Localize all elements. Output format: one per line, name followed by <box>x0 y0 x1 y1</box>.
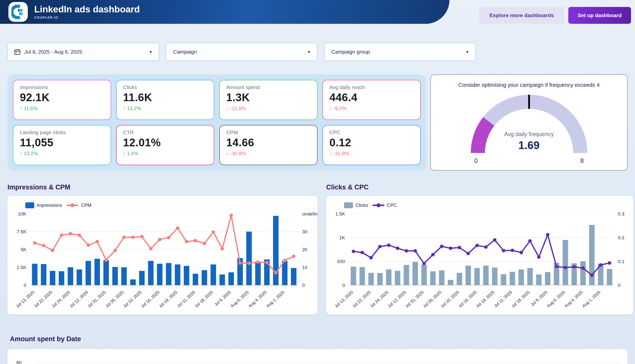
svg-text:Jul 13, 2025: Jul 13, 2025 <box>334 290 354 309</box>
kpi-delta-text: -9.2% <box>333 106 346 111</box>
kpi-delta: ↓ -30.8% <box>226 151 311 156</box>
svg-text:Jul 10, 2025: Jul 10, 2025 <box>440 290 460 309</box>
svg-text:Jul 18, 2025: Jul 18, 2025 <box>194 290 214 309</box>
clicks-cpc-chart: 005000.11K0.21.5K0.3Jul 13, 2025Jul 22, … <box>326 196 633 314</box>
impressions-cpm-title: Impressions & CPM <box>8 184 71 191</box>
impressions-legend-swatch <box>25 202 34 208</box>
campaign-filter[interactable]: Campaign ▾ <box>166 43 318 61</box>
svg-text:Aug 6, 2025: Aug 6, 2025 <box>230 290 250 308</box>
amount-gridline <box>35 362 620 363</box>
frequency-gauge-card: Consider optimising your campaign if fre… <box>430 74 627 170</box>
svg-text:Jul 9, 2025: Jul 9, 2025 <box>530 290 548 307</box>
svg-text:Jul 9, 2025: Jul 9, 2025 <box>213 290 232 307</box>
svg-text:0.3: 0.3 <box>618 211 624 216</box>
svg-text:10K: 10K <box>18 211 26 216</box>
kpi-card: Clicks 11.6K ↑ 13.2% <box>116 80 214 120</box>
kpi-label: CPM <box>226 130 311 136</box>
clicks-legend-label: Clicks <box>355 202 368 208</box>
kpi-card: CPC 0.12 ↓ -31.8% <box>322 125 421 165</box>
svg-text:5K: 5K <box>21 247 27 252</box>
trend-arrow-icon: ↓ <box>226 106 229 111</box>
kpi-delta-text: 13.2% <box>24 151 38 156</box>
svg-text:Jul 10, 2025: Jul 10, 2025 <box>122 290 143 309</box>
date-range-picker[interactable]: Jul 8, 2025 - Aug 6, 2025 ▾ <box>8 43 159 61</box>
kpi-label: Landing page clicks <box>20 130 104 136</box>
kpi-delta: ↑ 1.4% <box>123 151 207 156</box>
page-title: LinkedIn ads dashboard <box>34 4 140 15</box>
impressions-cpm-legend: Impressions CPM <box>25 202 92 208</box>
svg-text:Jul 22, 2025: Jul 22, 2025 <box>33 290 53 309</box>
svg-text:30: 30 <box>302 229 307 234</box>
gauge-min-label: 0 <box>474 157 478 164</box>
frequency-gauge: Avg daily frequency 1.69 0 8 <box>471 95 587 153</box>
cpm-legend-label: CPM <box>81 202 91 208</box>
kpi-card: Amount spend 1.3K ↓ -22.8% <box>219 80 318 120</box>
svg-text:1.5K: 1.5K <box>335 211 345 216</box>
kpi-label: Clicks <box>123 84 207 90</box>
svg-text:0: 0 <box>24 283 26 288</box>
svg-text:Jul 18, 2025: Jul 18, 2025 <box>510 290 531 309</box>
svg-text:0: 0 <box>302 283 305 288</box>
trend-arrow-icon: ↓ <box>329 151 332 156</box>
kpi-delta-text: -30.8% <box>230 151 246 156</box>
svg-text:7.5K: 7.5K <box>17 229 26 234</box>
kpi-card: Landing page clicks 11,055 ↑ 13.2% <box>13 125 111 165</box>
svg-text:Jul 24, 2025: Jul 24, 2025 <box>51 290 71 309</box>
svg-text:1K: 1K <box>339 235 345 240</box>
svg-text:Jul 13, 2025: Jul 13, 2025 <box>15 290 36 309</box>
svg-text:Jul 19, 2025: Jul 19, 2025 <box>475 290 496 309</box>
trend-arrow-icon: ↑ <box>20 106 22 111</box>
clicks-cpc-card: Clicks CPC 005000.11K0.21.5K0.3Jul 13, 2… <box>326 196 633 314</box>
svg-text:0: 0 <box>342 283 345 288</box>
kpi-label: Impressions <box>20 84 104 90</box>
kpi-card: Avg daily reach 446.4 ↓ -9.2% <box>322 80 421 120</box>
kpi-value: 1.3K <box>226 91 311 104</box>
clicks-legend-swatch <box>344 202 353 208</box>
svg-text:undefined: undefined <box>302 211 318 216</box>
kpi-delta: ↓ -31.8% <box>329 151 414 156</box>
cpc-legend-label: CPC <box>387 202 397 208</box>
kpi-label: CTR <box>123 130 207 136</box>
kpi-panel: Impressions 92.1K ↑ 11.6% Clicks 11.6K ↑… <box>8 74 426 170</box>
gauge-note: Consider optimising your campaign if fre… <box>431 82 627 88</box>
svg-text:Jul 11, 2025: Jul 11, 2025 <box>176 290 196 308</box>
amount-spent-card: 80 <box>8 349 627 364</box>
cpm-legend-swatch <box>67 204 78 206</box>
svg-text:10: 10 <box>302 265 307 270</box>
trend-arrow-icon: ↓ <box>226 151 229 156</box>
campaign-group-filter[interactable]: Campaign group ▾ <box>324 43 476 61</box>
trend-arrow-icon: ↑ <box>123 106 126 111</box>
svg-text:Aug 6, 2025: Aug 6, 2025 <box>546 290 566 308</box>
brand-label: COUPLER.IO <box>34 16 140 19</box>
kpi-value: 11,055 <box>20 136 104 149</box>
svg-text:Aug 1, 2025: Aug 1, 2025 <box>265 290 286 308</box>
kpi-delta-text: 1.4% <box>127 151 138 156</box>
svg-text:Jul 16, 2025: Jul 16, 2025 <box>140 290 161 309</box>
kpi-delta: ↑ 11.6% <box>20 106 104 111</box>
svg-text:Aug 4, 2025: Aug 4, 2025 <box>248 290 268 308</box>
amount-spent-title: Amount spent by Date <box>10 335 81 343</box>
trend-arrow-icon: ↑ <box>20 151 22 156</box>
kpi-label: Avg daily reach <box>329 84 414 90</box>
kpi-delta-text: 11.6% <box>24 106 38 111</box>
coupler-logo <box>9 2 28 22</box>
chevron-down-icon: ▾ <box>150 49 152 54</box>
kpi-card: CTR 12.01% ↑ 1.4% <box>116 125 214 165</box>
kpi-delta-text: 13.2% <box>127 106 141 111</box>
kpi-delta: ↑ 13.2% <box>123 106 207 111</box>
explore-dashboards-button[interactable]: Explore more dashboards <box>479 7 564 24</box>
svg-text:2.5K: 2.5K <box>17 265 26 270</box>
svg-text:Jul 16, 2025: Jul 16, 2025 <box>457 290 478 309</box>
kpi-delta-text: -22.8% <box>230 106 246 111</box>
setup-dashboard-button[interactable]: Set up dashboard <box>568 7 631 24</box>
svg-text:0.1: 0.1 <box>618 259 624 264</box>
svg-text:0.2: 0.2 <box>618 235 624 240</box>
cpc-legend-swatch <box>373 204 384 206</box>
header: LinkedIn ads dashboard COUPLER.IO <box>0 0 449 24</box>
svg-text:Aug 4, 2025: Aug 4, 2025 <box>563 290 584 308</box>
kpi-label: Amount spend <box>226 84 311 90</box>
kpi-value: 12.01% <box>123 136 207 149</box>
kpi-label: CPC <box>329 130 414 136</box>
campaign-filter-value: Campaign <box>173 49 197 55</box>
svg-text:Jul 19, 2025: Jul 19, 2025 <box>158 290 178 309</box>
